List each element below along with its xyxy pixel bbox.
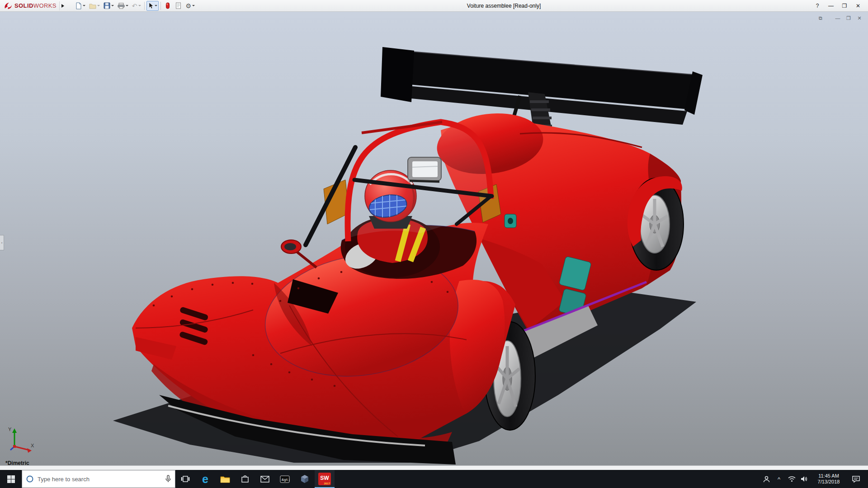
volume-tray-button[interactable]: [798, 470, 810, 488]
print-icon: [118, 3, 125, 9]
dropdown-arrow-icon: [111, 5, 114, 6]
save-button[interactable]: [102, 1, 115, 11]
solidworks-window: SOLIDWORKS: [0, 0, 868, 488]
store-icon: [241, 475, 249, 483]
options-button[interactable]: ⚙: [184, 1, 197, 11]
document-window-controls: ⧉ — ❐ ✕: [816, 14, 863, 22]
system-tray: ^ 11:45 AM 7/13/2018: [760, 470, 868, 488]
cortana-icon: [26, 475, 34, 483]
windows-logo-icon: [7, 475, 15, 483]
cube-app-icon: [300, 474, 309, 483]
dock-window-button[interactable]: ⧉: [816, 14, 825, 22]
brand-text: SOLIDWORKS: [14, 2, 57, 9]
show-hidden-icons-button[interactable]: ^: [773, 470, 785, 488]
taskbar-clock[interactable]: 11:45 AM 7/13/2018: [811, 470, 846, 488]
cmd-glyph: &gt;_: [282, 478, 290, 482]
taskbar-spacer: [335, 470, 760, 488]
close-button[interactable]: ✕: [852, 1, 864, 10]
toolbar-separator: [144, 2, 145, 10]
help-button[interactable]: ?: [811, 1, 824, 10]
composer-app-button[interactable]: [295, 470, 315, 488]
task-view-icon: [181, 475, 190, 483]
titlebar: SOLIDWORKS: [0, 0, 868, 12]
toolbar-separator: [160, 2, 161, 10]
command-prompt-icon: &gt;_: [280, 475, 290, 483]
open-button[interactable]: [88, 1, 101, 11]
start-button[interactable]: [0, 470, 22, 488]
solidworks-2017-button[interactable]: SW 2017: [315, 470, 335, 488]
orientation-triad: Y X: [7, 426, 35, 455]
store-button[interactable]: [235, 470, 255, 488]
file-explorer-icon: [220, 475, 230, 483]
window-controls: ? — ❐ ✕: [811, 1, 868, 10]
sw-label: SW: [320, 475, 329, 481]
appearance-button[interactable]: [163, 1, 173, 11]
open-folder-icon: [89, 3, 96, 9]
mail-button[interactable]: [255, 470, 275, 488]
task-view-button[interactable]: [175, 470, 195, 488]
dropdown-arrow-icon: [138, 5, 141, 6]
edge-icon: e: [202, 474, 208, 485]
microphone-icon[interactable]: [165, 475, 171, 483]
maximize-button[interactable]: ❐: [838, 1, 851, 10]
document-properties-icon: [175, 2, 181, 9]
undo-icon: ↶: [132, 3, 137, 9]
edge-browser-button[interactable]: e: [195, 470, 215, 488]
menu-expand-arrow-icon: [61, 4, 64, 8]
side-mirror[interactable]: [281, 240, 316, 267]
gear-icon: ⚙: [186, 3, 192, 9]
dropdown-arrow-icon: [97, 5, 100, 6]
command-prompt-button[interactable]: &gt;_: [275, 470, 295, 488]
solidworks-2017-icon: SW 2017: [318, 473, 331, 485]
search-input[interactable]: [38, 476, 161, 483]
doc-minimize-button[interactable]: —: [834, 14, 842, 22]
select-cursor-icon: [148, 2, 154, 9]
featuremanager-collapsed-tab[interactable]: ‹: [0, 235, 4, 250]
brand-solid: SOLID: [14, 2, 33, 9]
triad-y-label: Y: [8, 427, 12, 432]
sw-year: 2017: [324, 482, 330, 485]
solidworks-brand: SOLIDWORKS: [0, 0, 69, 11]
new-document-button[interactable]: [74, 1, 87, 11]
graphics-area[interactable]: ⧉ — ❐ ✕ ‹ Y X *Dimetric: [0, 12, 868, 465]
action-center-button[interactable]: [847, 470, 864, 488]
wifi-icon: [788, 476, 796, 482]
people-tray-button[interactable]: [760, 470, 772, 488]
dropdown-arrow-icon: [126, 5, 128, 6]
windows-taskbar: e &gt;_: [0, 470, 868, 488]
mail-icon: [260, 476, 269, 483]
brand-works: WORKS: [33, 2, 57, 9]
select-tool-button[interactable]: [146, 1, 159, 11]
appearance-icon: [165, 2, 170, 9]
action-center-icon: [852, 476, 860, 483]
new-document-icon: [75, 2, 82, 9]
triad-x-label: X: [31, 443, 34, 448]
car-3d-model[interactable]: [0, 12, 868, 465]
minimize-button[interactable]: —: [825, 1, 837, 10]
rear-wing[interactable]: [381, 47, 703, 133]
status-bar: [0, 465, 868, 470]
dropdown-arrow-icon: [83, 5, 85, 6]
main-toolbar: ↶: [69, 0, 197, 11]
window-title: Voiture assemblee [Read-only]: [197, 3, 811, 9]
ds-logo-icon: [4, 2, 13, 10]
person-icon: [763, 476, 770, 483]
taskbar-search[interactable]: [22, 470, 175, 488]
menu-expand-button[interactable]: [59, 1, 66, 10]
clock-time: 11:45 AM: [818, 473, 839, 479]
dropdown-arrow-icon: [155, 5, 157, 6]
undo-button[interactable]: ↶: [131, 1, 142, 11]
doc-maximize-button[interactable]: ❐: [844, 14, 853, 22]
print-button[interactable]: [116, 1, 130, 11]
save-icon: [104, 2, 110, 9]
windscreen-device: [408, 157, 441, 182]
file-explorer-button[interactable]: [215, 470, 235, 488]
dropdown-arrow-icon: [192, 5, 195, 6]
clock-date: 7/13/2018: [818, 479, 840, 485]
speaker-icon: [801, 476, 808, 482]
document-properties-button[interactable]: [174, 1, 184, 11]
network-tray-button[interactable]: [786, 470, 797, 488]
doc-close-button[interactable]: ✕: [855, 14, 863, 22]
